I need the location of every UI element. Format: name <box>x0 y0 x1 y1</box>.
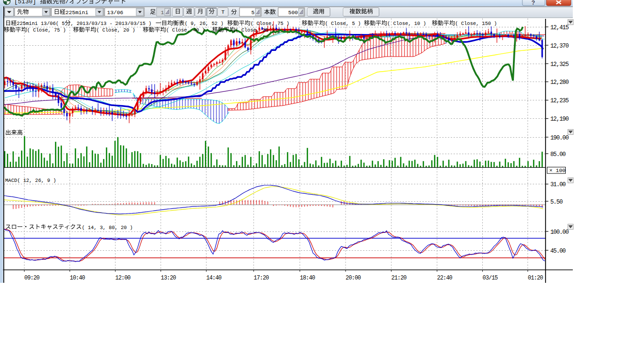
svg-text:12,325: 12,325 <box>550 61 569 68</box>
svg-text:13/06: 13/06 <box>107 9 124 16</box>
svg-text:( 14, 3, 80, 20 ): ( 14, 3, 80, 20 ) <box>82 225 133 230</box>
svg-text:500: 500 <box>288 9 298 16</box>
svg-text:12,370: 12,370 <box>550 43 569 49</box>
svg-text:12,190: 12,190 <box>550 116 569 123</box>
svg-text:1: 1 <box>161 9 164 16</box>
svg-text:( Close, 10 ): ( Close, 10 ) <box>387 21 426 26</box>
svg-text:14:40: 14:40 <box>206 275 222 281</box>
svg-text:18:40: 18:40 <box>300 275 315 281</box>
svg-text:225mini 13/06( 5: 225mini 13/06( 5 <box>17 21 65 26</box>
svg-text:( Close, 75 ): ( Close, 75 ) <box>27 27 66 33</box>
svg-text:22:40: 22:40 <box>437 275 453 281</box>
svg-text:( Close, 5 ): ( Close, 5 ) <box>325 21 361 26</box>
svg-text:, 2013/03/13 - 2013/03/15 ): , 2013/03/13 - 2013/03/15 ) <box>71 21 152 26</box>
svg-text:12,280: 12,280 <box>550 79 569 86</box>
svg-text:?: ? <box>531 0 535 6</box>
svg-text:85.00: 85.00 <box>550 151 566 158</box>
svg-text:13:20: 13:20 <box>161 275 176 281</box>
svg-text:01:20: 01:20 <box>528 275 544 281</box>
svg-text:45.00: 45.00 <box>550 248 566 255</box>
svg-text:12,415: 12,415 <box>550 25 569 31</box>
svg-text:09:20: 09:20 <box>25 275 40 281</box>
svg-text:T: T <box>222 9 225 15</box>
svg-text:/: / <box>66 0 69 5</box>
svg-text:× 100: × 100 <box>549 167 566 173</box>
svg-text:( Close, 40 ): ( Close, 40 ) <box>166 27 205 33</box>
svg-text:( 9, 26, 52 ): ( 9, 26, 52 ) <box>185 21 224 26</box>
svg-text:12:00: 12:00 <box>116 275 131 281</box>
svg-text:[5130]: [5130] <box>14 0 40 5</box>
svg-text:31.00: 31.00 <box>550 181 566 188</box>
svg-text:100.00: 100.00 <box>550 229 569 236</box>
svg-text:20:00: 20:00 <box>346 275 361 281</box>
svg-text:( Close, 20 ): ( Close, 20 ) <box>96 27 135 33</box>
svg-text:5: 5 <box>251 9 255 16</box>
svg-text:225mini: 225mini <box>66 9 88 16</box>
svg-text:12,235: 12,235 <box>550 98 569 104</box>
svg-text:( Close, 75 ): ( Close, 75 ) <box>250 21 289 26</box>
svg-text:21:20: 21:20 <box>391 275 407 281</box>
svg-text:17:20: 17:20 <box>254 275 269 281</box>
svg-text:( Close, 150 ): ( Close, 150 ) <box>455 21 497 26</box>
svg-text:( Close, 25 ): ( Close, 25 ) <box>235 27 274 33</box>
svg-text:MACD( 12, 26, 9 ): MACD( 12, 26, 9 ) <box>5 178 56 183</box>
svg-text:5.50: 5.50 <box>550 199 562 206</box>
svg-text:10:40: 10:40 <box>70 275 85 281</box>
svg-text:03/15: 03/15 <box>483 275 498 281</box>
svg-text:190.00: 190.00 <box>550 135 569 141</box>
